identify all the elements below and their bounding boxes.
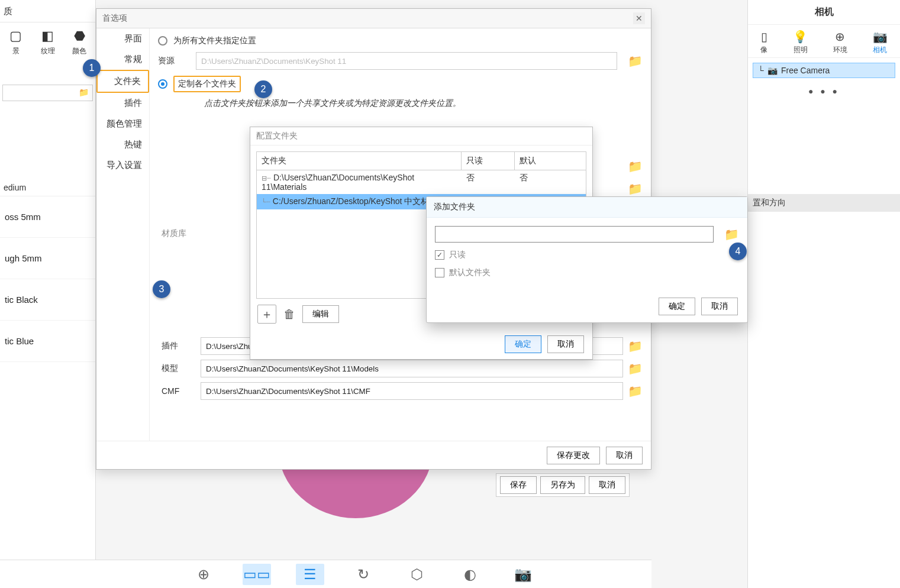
color-icon: ⬣ bbox=[63, 28, 95, 44]
add-folder-button[interactable]: ＋ bbox=[257, 305, 276, 324]
drag-handle[interactable]: ● ● ● bbox=[748, 83, 900, 99]
list-item[interactable]: tic Black bbox=[0, 279, 95, 321]
screenshot-icon[interactable]: 📷 bbox=[509, 566, 537, 583]
browse-folder-icon[interactable]: 📁 bbox=[628, 361, 643, 376]
library-icon[interactable]: ▭▭ bbox=[243, 564, 271, 585]
cancel-button[interactable]: 取消 bbox=[589, 476, 625, 494]
save-changes-button[interactable]: 保存更改 bbox=[547, 447, 600, 464]
cancel-button[interactable]: 取消 bbox=[606, 447, 643, 464]
annotation-1: 1 bbox=[83, 59, 101, 77]
scene-tab[interactable]: ▢景 bbox=[0, 28, 32, 56]
ok-button[interactable]: 确定 bbox=[659, 298, 695, 315]
default-label: 默认文件夹 bbox=[449, 267, 491, 278]
animation-icon[interactable]: ↻ bbox=[349, 566, 378, 583]
radio-all[interactable] bbox=[158, 36, 167, 46]
resource-label: 资源 bbox=[158, 56, 190, 66]
dialog-title: 配置文件夹 bbox=[250, 127, 592, 146]
browse-folder-icon[interactable]: 📁 bbox=[628, 339, 643, 353]
vr-icon[interactable]: ◐ bbox=[456, 566, 484, 583]
tab-lighting[interactable]: 💡照明 bbox=[793, 30, 808, 55]
texture-tab[interactable]: ◧纹理 bbox=[32, 28, 64, 56]
cfg-footer: 确定 取消 bbox=[505, 335, 584, 353]
hint-text: 点击文件夹按钮来添加一个共享文件夹或为特定资源更改文件夹位置。 bbox=[204, 98, 643, 109]
sidebar-item-hotkeys[interactable]: 热键 bbox=[96, 134, 149, 155]
camera-icon: 📷 bbox=[873, 30, 888, 44]
browse-folder-icon[interactable]: 📁 bbox=[628, 54, 643, 68]
sidebar-item-import[interactable]: 导入设置 bbox=[96, 155, 149, 176]
delete-folder-button[interactable]: 🗑 bbox=[280, 305, 299, 324]
saveas-button[interactable]: 另存为 bbox=[540, 476, 585, 494]
cmf-input[interactable] bbox=[201, 382, 623, 400]
annotation-2: 2 bbox=[254, 80, 272, 98]
table-header: 文件夹 只读 默认 bbox=[257, 152, 586, 170]
resource-input[interactable] bbox=[196, 52, 617, 70]
cancel-button[interactable]: 取消 bbox=[701, 298, 738, 315]
table-row[interactable]: ⊟┈D:\Users\ZhuanZ\Documents\KeyShot 11\M… bbox=[257, 170, 586, 194]
section-header[interactable]: 置和方向 bbox=[748, 194, 900, 212]
radio-custom-label: 定制各个文件夹 bbox=[173, 76, 241, 92]
panel-title: 相机 bbox=[748, 0, 900, 25]
globe-icon: ⊕ bbox=[833, 30, 847, 44]
left-icon-row: ▢景 ◧纹理 ⬣颜色 bbox=[0, 22, 95, 56]
annotation-4: 4 bbox=[729, 243, 747, 260]
list-item[interactable]: ugh 5mm bbox=[0, 238, 95, 279]
folder-add-icon[interactable]: 📁 bbox=[79, 88, 89, 97]
search-row[interactable]: 📁 bbox=[2, 85, 93, 101]
camera-icon: 📷 bbox=[767, 66, 778, 75]
sidebar-item-folders[interactable]: 文件夹 bbox=[96, 70, 149, 93]
dialog-titlebar: 首选项 ✕ bbox=[96, 9, 651, 28]
material-list: oss 5mm ugh 5mm tic Black tic Blue bbox=[0, 196, 95, 362]
radio-custom[interactable] bbox=[158, 79, 167, 89]
list-item[interactable]: tic Blue bbox=[0, 321, 95, 362]
sidebar-item-plugins[interactable]: 插件 bbox=[96, 93, 149, 114]
import-icon[interactable]: ⊕ bbox=[189, 566, 218, 583]
tab-image[interactable]: ▯像 bbox=[760, 30, 767, 55]
browse-folder-icon[interactable]: 📁 bbox=[628, 159, 643, 173]
sidebar-item-interface[interactable]: 界面 bbox=[96, 28, 149, 49]
color-tab[interactable]: ⬣颜色 bbox=[63, 28, 95, 56]
list-item[interactable]: oss 5mm bbox=[0, 196, 95, 238]
project-icon[interactable]: ☰ bbox=[296, 564, 324, 585]
models-label: 模型 bbox=[158, 363, 201, 374]
matlib-label: 材质库 bbox=[158, 228, 201, 239]
save-bar: 保存 另存为 取消 bbox=[496, 473, 630, 497]
col-readonly: 只读 bbox=[462, 152, 515, 170]
texture-icon: ◧ bbox=[32, 28, 64, 44]
camera-item[interactable]: └ 📷 Free Camera bbox=[753, 63, 895, 78]
close-icon[interactable]: ✕ bbox=[633, 12, 645, 24]
annotation-3: 3 bbox=[153, 280, 170, 298]
browse-folder-icon[interactable]: 📁 bbox=[724, 227, 739, 241]
folder-path-input[interactable] bbox=[435, 226, 714, 243]
edit-button[interactable]: 编辑 bbox=[302, 305, 339, 323]
prefs-footer: 保存更改 取消 bbox=[96, 441, 651, 469]
default-checkbox[interactable] bbox=[435, 268, 444, 277]
ok-button[interactable]: 确定 bbox=[505, 335, 541, 353]
option-all-row: 为所有文件夹指定位置 bbox=[158, 35, 643, 46]
right-panel: 相机 ▯像 💡照明 ⊕环境 📷相机 └ 📷 Free Camera ● ● ● … bbox=[747, 0, 900, 588]
default-row: 默认文件夹 bbox=[435, 267, 739, 278]
readonly-checkbox[interactable] bbox=[435, 250, 444, 260]
bottom-toolbar: ⊕ ▭▭ ☰ ↻ ⬡ ◐ 📷 bbox=[0, 560, 651, 588]
plugins-label: 插件 bbox=[158, 341, 201, 351]
tree-toggle-icon[interactable]: └ bbox=[758, 66, 764, 75]
col-default: 默认 bbox=[515, 152, 586, 170]
render-icon[interactable]: ⬡ bbox=[402, 566, 431, 583]
option-custom-row: 定制各个文件夹 bbox=[158, 76, 643, 92]
dialog-title: 首选项 bbox=[102, 13, 127, 24]
cancel-button[interactable]: 取消 bbox=[547, 335, 584, 353]
sidebar-item-general[interactable]: 常规 bbox=[96, 49, 149, 70]
tree-node-icon: └┈ bbox=[262, 198, 270, 205]
tab-environment[interactable]: ⊕环境 bbox=[833, 30, 847, 55]
tab-camera[interactable]: 📷相机 bbox=[873, 30, 888, 55]
camera-name: Free Camera bbox=[781, 66, 830, 75]
browse-folder-icon[interactable]: 📁 bbox=[628, 182, 643, 196]
image-icon: ▯ bbox=[760, 30, 767, 44]
scene-icon: ▢ bbox=[0, 28, 32, 44]
browse-folder-icon[interactable]: 📁 bbox=[628, 384, 643, 398]
left-panel: 质 ▢景 ◧纹理 ⬣颜色 📁 edium oss 5mm ugh 5mm tic… bbox=[0, 0, 96, 588]
save-button[interactable]: 保存 bbox=[500, 476, 537, 494]
readonly-label: 只读 bbox=[449, 250, 466, 260]
sidebar-item-colormgmt[interactable]: 颜色管理 bbox=[96, 114, 149, 134]
prefs-sidebar: 界面 常规 文件夹 插件 颜色管理 热键 导入设置 bbox=[96, 28, 150, 441]
models-input[interactable] bbox=[201, 360, 623, 377]
